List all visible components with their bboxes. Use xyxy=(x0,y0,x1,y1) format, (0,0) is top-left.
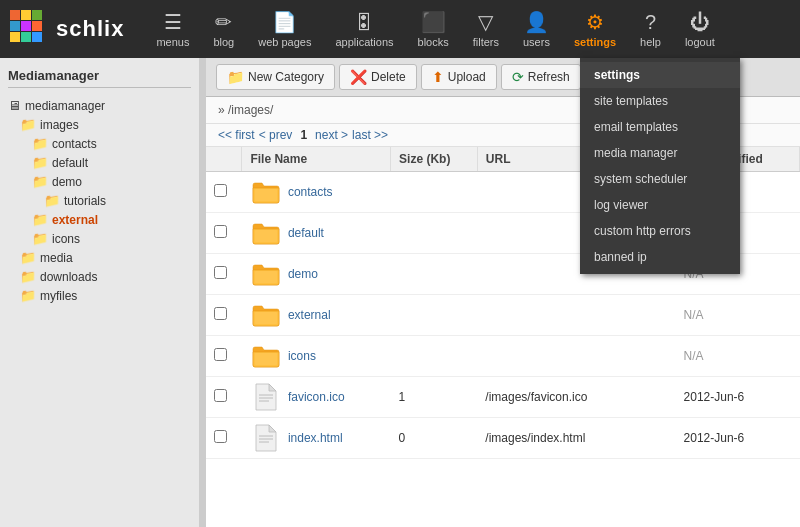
row-checkbox[interactable] xyxy=(214,266,227,279)
sidebar-item-default[interactable]: 📁 default xyxy=(8,153,191,172)
table-row: index.html 0 /images/index.html 2012-Jun… xyxy=(206,418,800,459)
sidebar-item-media[interactable]: 📁 media xyxy=(8,248,191,267)
nav-item-applications[interactable]: 🎛 applications xyxy=(323,5,405,54)
nav-item-blog[interactable]: ✏ blog xyxy=(201,4,246,54)
blocks-nav-label: blocks xyxy=(418,36,449,48)
row-checkbox[interactable] xyxy=(214,389,227,402)
row-name-cell: index.html xyxy=(242,418,391,459)
settings-nav-icon: ⚙ xyxy=(586,10,604,34)
nav-item-help[interactable]: ? help xyxy=(628,5,673,54)
dropdown-item-custom-http-errors[interactable]: custom http errors xyxy=(580,218,740,244)
col-check-header xyxy=(206,147,242,172)
upload-icon: ⬆ xyxy=(432,69,444,85)
row-filename[interactable]: demo xyxy=(288,267,318,281)
logout-nav-label: logout xyxy=(685,36,715,48)
new-category-label: New Category xyxy=(248,70,324,84)
row-name-cell: favicon.ico xyxy=(242,377,391,418)
row-checkbox-cell xyxy=(206,418,242,459)
logo-area[interactable]: schlix xyxy=(10,10,124,48)
dropdown-item-banned-ip[interactable]: banned ip xyxy=(580,244,740,270)
svg-rect-10 xyxy=(255,230,277,242)
dropdown-item-site-templates[interactable]: site templates xyxy=(580,88,740,114)
prev-page-link[interactable]: < prev xyxy=(259,128,293,142)
upload-button[interactable]: ⬆ Upload xyxy=(421,64,497,90)
row-name-cell: default xyxy=(242,213,391,254)
row-filename[interactable]: favicon.ico xyxy=(288,390,345,404)
icons-tree-label: icons xyxy=(52,232,80,246)
sidebar-item-tutorials[interactable]: 📁 tutorials xyxy=(8,191,191,210)
sidebar-item-images[interactable]: 📁 images xyxy=(8,115,191,134)
row-checkbox[interactable] xyxy=(214,225,227,238)
row-checkbox-cell xyxy=(206,172,242,213)
nav-item-settings[interactable]: ⚙ settings xyxy=(562,4,628,54)
row-size-cell xyxy=(391,254,478,295)
media-tree-icon: 📁 xyxy=(20,250,36,265)
nav-item-logout[interactable]: ⏻ logout xyxy=(673,5,727,54)
nav-item-web-pages[interactable]: 📄 web pages xyxy=(246,4,323,54)
svg-rect-4 xyxy=(21,21,31,31)
menus-nav-label: menus xyxy=(156,36,189,48)
row-url-cell: /images/index.html xyxy=(477,418,675,459)
sidebar-item-demo[interactable]: 📁 demo xyxy=(8,172,191,191)
sidebar-item-mediamanager[interactable]: 🖥 mediamanager xyxy=(8,96,191,115)
sidebar-item-icons[interactable]: 📁 icons xyxy=(8,229,191,248)
row-filename[interactable]: contacts xyxy=(288,185,333,199)
users-nav-label: users xyxy=(523,36,550,48)
dropdown-item-settings[interactable]: settings xyxy=(580,62,740,88)
contacts-tree-icon: 📁 xyxy=(32,136,48,151)
refresh-button[interactable]: ⟳ Refresh xyxy=(501,64,581,90)
svg-rect-2 xyxy=(32,10,42,20)
row-name-cell: demo xyxy=(242,254,391,295)
sidebar: Mediamanager 🖥 mediamanager📁 images📁 con… xyxy=(0,58,200,527)
row-url-cell xyxy=(477,295,675,336)
row-size-cell xyxy=(391,213,478,254)
sidebar-item-downloads[interactable]: 📁 downloads xyxy=(8,267,191,286)
row-checkbox[interactable] xyxy=(214,184,227,197)
nav-item-filters[interactable]: ▽ filters xyxy=(461,4,511,54)
col-name-header: File Name xyxy=(242,147,391,172)
row-size-cell xyxy=(391,336,478,377)
sidebar-tree: 🖥 mediamanager📁 images📁 contacts📁 defaul… xyxy=(8,96,191,305)
nav-item-users[interactable]: 👤 users xyxy=(511,4,562,54)
row-filename[interactable]: index.html xyxy=(288,431,343,445)
delete-button[interactable]: ❌ Delete xyxy=(339,64,417,90)
row-checkbox[interactable] xyxy=(214,430,227,443)
row-type-icon xyxy=(250,260,282,288)
nav-items: ☰ menus✏ blog📄 web pages🎛 applications⬛ … xyxy=(144,4,790,54)
sidebar-item-external[interactable]: 📁 external xyxy=(8,210,191,229)
sidebar-item-contacts[interactable]: 📁 contacts xyxy=(8,134,191,153)
dropdown-item-system-scheduler[interactable]: system scheduler xyxy=(580,166,740,192)
row-type-icon xyxy=(250,342,282,370)
row-size-cell xyxy=(391,172,478,213)
current-page: 1 xyxy=(300,128,307,142)
next-page-link[interactable]: next > xyxy=(315,128,348,142)
icons-tree-icon: 📁 xyxy=(32,231,48,246)
row-date-cell: N/A xyxy=(676,295,800,336)
nav-item-blocks[interactable]: ⬛ blocks xyxy=(406,4,461,54)
dropdown-item-email-templates[interactable]: email templates xyxy=(580,114,740,140)
first-page-link[interactable]: << first xyxy=(218,128,255,142)
dropdown-item-log-viewer[interactable]: log viewer xyxy=(580,192,740,218)
filters-nav-label: filters xyxy=(473,36,499,48)
nav-item-menus[interactable]: ☰ menus xyxy=(144,4,201,54)
row-checkbox-cell xyxy=(206,336,242,377)
sidebar-title: Mediamanager xyxy=(8,68,191,88)
row-filename[interactable]: icons xyxy=(288,349,316,363)
images-tree-label: images xyxy=(40,118,79,132)
dropdown-item-media-manager[interactable]: media manager xyxy=(580,140,740,166)
new-category-button[interactable]: 📁 New Category xyxy=(216,64,335,90)
web-pages-nav-label: web pages xyxy=(258,36,311,48)
row-url-cell: /images/favicon.ico xyxy=(477,377,675,418)
sidebar-item-myfiles[interactable]: 📁 myfiles xyxy=(8,286,191,305)
row-checkbox[interactable] xyxy=(214,348,227,361)
logo-icon xyxy=(10,10,48,48)
row-checkbox[interactable] xyxy=(214,307,227,320)
table-row: icons N/A xyxy=(206,336,800,377)
myfiles-tree-icon: 📁 xyxy=(20,288,36,303)
row-filename[interactable]: default xyxy=(288,226,324,240)
row-filename[interactable]: external xyxy=(288,308,331,322)
images-tree-icon: 📁 xyxy=(20,117,36,132)
demo-tree-label: demo xyxy=(52,175,82,189)
last-page-link[interactable]: last >> xyxy=(352,128,388,142)
upload-label: Upload xyxy=(448,70,486,84)
